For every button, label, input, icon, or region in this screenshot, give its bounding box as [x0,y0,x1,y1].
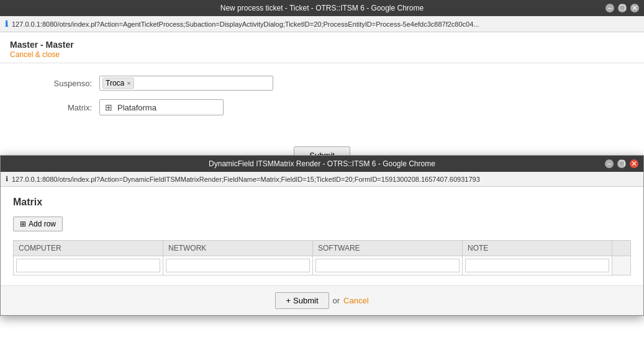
cancel-close-link[interactable]: Cancel & close [10,50,60,59]
browser1-title: New process ticket - Ticket - OTRS::ITSM… [220,4,424,12]
suspenso-label: Suspenso: [25,79,99,88]
suspenso-control: Troca × [99,76,348,91]
matrix-field-button[interactable]: ⊞ Plataforma [99,99,224,115]
suspenso-tag-input-field[interactable] [134,79,270,87]
browser2-close-btn[interactable]: ✕ [630,159,638,168]
form-area: Suspenso: Troca × Matrix: ⊞ Plataforma [0,63,644,136]
browser1-url[interactable]: 127.0.0.1:8080/otrs/index.pl?Action=Agen… [12,20,479,28]
browser2-window-controls: – ❐ ✕ [605,159,638,168]
modal-info-icon: ℹ [6,175,8,177]
browser2-title: DynamicField ITSMMatrix Render - OTRS::I… [209,159,435,168]
browser2-maximize-btn[interactable]: ❐ [617,159,626,168]
modal-window: DynamicField ITSMMatrix Render - OTRS::I… [0,155,644,177]
browser1-window-controls: – ❐ ✕ [605,4,639,12]
matrix-row: Matrix: ⊞ Plataforma [25,99,619,115]
matrix-label: Matrix: [25,103,99,112]
browser1-minimize-btn[interactable]: – [605,4,614,12]
browser2-address-bar: ℹ 127.0.0.1:8080/otrs/index.pl?Action=Dy… [1,172,643,177]
suspenso-tag-remove[interactable]: × [127,79,130,87]
suspenso-tag-input[interactable]: Troca × [99,76,273,91]
browser2-url[interactable]: 127.0.0.1:8080/otrs/index.pl?Action=Dyna… [12,176,480,177]
main-title: Master - Master [10,40,634,50]
info-icon: ℹ [5,19,8,29]
matrix-control: ⊞ Plataforma [99,99,348,115]
browser1-close-btn[interactable]: ✕ [630,4,639,12]
matrix-value-label: Plataforma [117,103,156,112]
suspenso-tag: Troca × [102,78,134,89]
browser2-titlebar: DynamicField ITSMMatrix Render - OTRS::I… [1,156,643,172]
main-header: Master - Master Cancel & close [0,32,644,63]
browser1-titlebar: New process ticket - Ticket - OTRS::ITSM… [0,0,644,16]
suspenso-tag-text: Troca [106,79,124,87]
browser1-maximize-btn[interactable]: ❐ [618,4,627,12]
browser2-minimize-btn[interactable]: – [605,159,614,168]
matrix-grid-icon: ⊞ [105,102,112,112]
suspenso-row: Suspenso: Troca × [25,76,619,91]
browser1-address-bar: ℹ 127.0.0.1:8080/otrs/index.pl?Action=Ag… [0,16,644,32]
